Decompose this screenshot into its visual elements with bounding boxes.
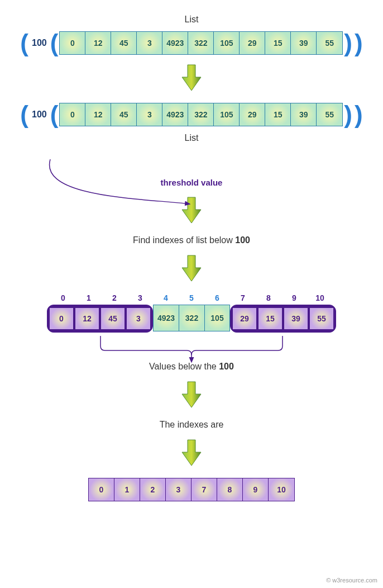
- list-array-2: 012453492332210529153955: [59, 103, 343, 126]
- watermark: © w3resource.com: [326, 577, 377, 584]
- array-cell: 0: [60, 32, 85, 54]
- arrow-down-1: [180, 64, 203, 94]
- array-cell: 105: [214, 103, 240, 126]
- open-paren-inner-2: (: [49, 105, 60, 124]
- index-cell: 4: [153, 293, 179, 305]
- open-paren-inner-1: (: [49, 33, 60, 53]
- threshold-100-1: 100: [30, 38, 49, 48]
- index-cell: 5: [179, 293, 204, 305]
- array-cell: 29: [240, 32, 265, 54]
- label-list-top: List: [185, 15, 199, 25]
- array-cell: 39: [291, 103, 317, 126]
- array-cell: 0: [60, 103, 85, 126]
- index-row: 012345678910: [50, 293, 333, 305]
- array-cell: 7: [192, 478, 217, 501]
- close-paren-outer-1: ): [353, 33, 364, 53]
- threshold-label: threshold value: [161, 178, 223, 187]
- array-cell: 55: [309, 307, 334, 330]
- array-cell: 55: [317, 103, 342, 126]
- array-cell: 105: [204, 305, 230, 331]
- array-cell: 12: [85, 103, 111, 126]
- group-right: 29153955: [230, 305, 336, 333]
- array-cell: 12: [75, 307, 99, 330]
- array-cell: 3: [137, 32, 162, 54]
- threshold-100-2: 100: [30, 110, 49, 120]
- open-paren-outer-2: (: [19, 105, 30, 124]
- index-cell: 8: [256, 293, 281, 305]
- group-mid: 4923322105: [153, 305, 230, 333]
- close-paren-inner-2: ): [343, 105, 353, 124]
- array-cell: 29: [232, 307, 257, 330]
- label-list-below: List: [185, 133, 199, 143]
- array-cell: 29: [240, 103, 265, 126]
- array-cell: 45: [111, 32, 137, 54]
- array-cell: 15: [258, 307, 283, 330]
- array-cell: 322: [179, 305, 204, 331]
- array-cell: 39: [284, 307, 308, 330]
- array-cell: 45: [111, 103, 137, 126]
- open-paren-outer-1: (: [19, 33, 30, 53]
- indexes-are-label: The indexes are: [160, 420, 224, 430]
- array-cell: 3: [137, 103, 162, 126]
- array-cell: 55: [317, 32, 342, 54]
- array-cell: 4923: [153, 305, 179, 331]
- array-cell: 4923: [162, 103, 188, 126]
- array-cell: 45: [100, 307, 125, 330]
- arrow-down-3: [180, 254, 203, 284]
- index-cell: 0: [50, 293, 76, 305]
- list-array-1: 012453492332210529153955: [59, 31, 343, 55]
- indexed-array-block: 012345678910 012453 4923322105 29153955: [47, 293, 336, 333]
- index-cell: 10: [307, 293, 333, 305]
- index-cell: 7: [230, 293, 256, 305]
- array-cell: 322: [188, 103, 214, 126]
- array-cell: 8: [217, 478, 243, 501]
- array-cell: 4923: [162, 32, 188, 54]
- array-cell: 322: [188, 32, 214, 54]
- highlighted-array: 012453 4923322105 29153955: [47, 305, 336, 333]
- input-row-2: ( 100 ( 012453492332210529153955 ) ): [19, 103, 363, 126]
- array-cell: 105: [214, 32, 240, 54]
- array-cell: 15: [265, 32, 291, 54]
- index-cell: 6: [204, 293, 230, 305]
- array-cell: 39: [291, 32, 317, 54]
- index-cell: 9: [281, 293, 307, 305]
- array-cell: 3: [126, 307, 151, 330]
- array-cell: 0: [89, 478, 114, 501]
- array-cell: 0: [49, 307, 74, 330]
- array-cell: 9: [243, 478, 269, 501]
- arrow-down-2: [180, 196, 203, 226]
- index-cell: 1: [76, 293, 102, 305]
- array-cell: 1: [114, 478, 140, 501]
- find-indexes-label: Find indexes of list below 100: [133, 235, 250, 245]
- group-left: 012453: [47, 305, 153, 333]
- index-cell: 2: [102, 293, 127, 305]
- array-cell: 2: [140, 478, 166, 501]
- result-array: 012378910: [88, 478, 295, 501]
- close-paren-outer-2: ): [353, 105, 364, 124]
- bracket-connector: [50, 336, 333, 358]
- index-cell: 3: [127, 293, 153, 305]
- array-cell: 10: [269, 478, 294, 501]
- input-row-1: ( 100 ( 012453492332210529153955 ) ): [19, 31, 363, 55]
- array-cell: 12: [85, 32, 111, 54]
- arrow-down-4: [180, 381, 203, 411]
- arrow-down-5: [180, 439, 203, 469]
- close-paren-inner-1: ): [343, 33, 353, 53]
- array-cell: 3: [166, 478, 192, 501]
- array-cell: 15: [265, 103, 291, 126]
